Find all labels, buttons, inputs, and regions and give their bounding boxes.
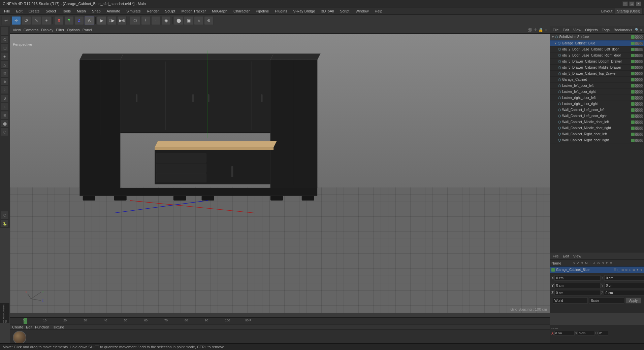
tool-lasso[interactable]: ⌾ xyxy=(194,16,203,25)
x-pos-input[interactable]: 0 cm xyxy=(554,275,601,281)
vp-menu-cameras[interactable]: Cameras xyxy=(24,28,39,32)
attr-icon-2[interactable]: ◫ xyxy=(617,268,620,272)
tool-polygon[interactable]: ⬡ xyxy=(130,16,140,25)
attr-icon-4[interactable]: ⊕ xyxy=(625,268,628,272)
tree-item-subdivision[interactable]: ▼ ⬡ Subdivision Surface xyxy=(550,34,644,40)
menu-help[interactable]: Help xyxy=(372,8,385,14)
om-bookmarks[interactable]: Bookmarks xyxy=(612,28,634,32)
om-objects[interactable]: Objects xyxy=(584,28,599,32)
menu-select[interactable]: Select xyxy=(43,8,59,14)
tool-axis-x[interactable]: X xyxy=(54,16,64,25)
tree-item-5[interactable]: ⬡ Garage_Cabinet xyxy=(550,77,644,83)
menu-simulate[interactable]: Simulate xyxy=(124,8,143,14)
attr-icon-8[interactable]: ⊲ xyxy=(640,268,643,272)
tree-item-root[interactable]: ▼ ⬡ Garage_Cabinet_Blue xyxy=(550,40,644,46)
vp-menu-panel[interactable]: Panel xyxy=(83,28,92,32)
tree-item-15[interactable]: ⬡ Wall_Cabinet_Right_door_right xyxy=(550,137,644,143)
tree-item-9[interactable]: ⬡ Locker_right_door_right xyxy=(550,101,644,107)
attr-icon-7[interactable]: ✦ xyxy=(636,268,639,272)
menu-motion-tracker[interactable]: Motion Tracker xyxy=(179,8,208,14)
layout-value[interactable]: Startup (User) xyxy=(615,8,643,14)
minimize-button[interactable]: − xyxy=(622,1,628,6)
menu-vray[interactable]: V-Ray Bridge xyxy=(291,8,318,14)
z-pos2-input[interactable] xyxy=(604,290,644,295)
world-dropdown[interactable]: World xyxy=(553,298,588,304)
garage-material-ball[interactable] xyxy=(13,331,26,344)
om-edit[interactable]: Edit xyxy=(561,28,571,32)
menu-tools[interactable]: Tools xyxy=(59,8,73,14)
scene-container[interactable]: Perspective Grid Spacing : 100 cm Y Z X xyxy=(10,34,550,313)
tool-scale[interactable]: ⤡ xyxy=(32,16,41,25)
tool-edge[interactable]: ⌇ xyxy=(141,16,151,25)
menu-pipeline[interactable]: Pipeline xyxy=(253,8,271,14)
tree-item-4[interactable]: ⬡ obj_3_Drawer_Cabinet_Top_Drawer xyxy=(550,71,644,77)
menu-script[interactable]: Script xyxy=(337,8,352,14)
tool-axis-z[interactable]: Z xyxy=(74,16,84,25)
menu-render[interactable]: Render xyxy=(144,8,162,14)
menu-create[interactable]: Create xyxy=(26,8,42,14)
mat-edit[interactable]: Edit xyxy=(26,325,32,329)
tree-item-2[interactable]: ⬡ obj_3_Drawer_Cabinet_Bottom_Drawer xyxy=(550,59,644,65)
cx-input[interactable] xyxy=(554,331,575,336)
x-pos2-input[interactable] xyxy=(604,275,644,281)
attr-icon-1[interactable]: ☰ xyxy=(614,268,616,272)
attr-selected-row[interactable]: Garage_Cabinet_Blue ☰ ◫ ⊞ ⊕ ⊟ ⊠ ✦ ⊲ xyxy=(550,267,644,273)
mat-create[interactable]: Create xyxy=(12,325,23,329)
tree-item-3[interactable]: ⬡ obj_3_Drawer_Cabinet_Middle_Drawer xyxy=(550,65,644,71)
tree-item-10[interactable]: ⬡ Wall_Cabinet_Left_door_left xyxy=(550,107,644,113)
menu-edit[interactable]: Edit xyxy=(13,8,25,14)
tool-live-select[interactable]: ⬤ xyxy=(174,16,183,25)
vp-lock-icon[interactable]: 🔒 xyxy=(538,28,543,32)
attr-edit[interactable]: Edit xyxy=(561,254,571,258)
tree-item-8[interactable]: ⬡ Locker_right_door_left xyxy=(550,95,644,101)
menu-animate[interactable]: Animate xyxy=(104,8,123,14)
tool-loop[interactable]: ⊕ xyxy=(204,16,214,25)
om-view[interactable]: View xyxy=(572,28,583,32)
vp-link-icon[interactable]: ⛓ xyxy=(528,28,532,32)
menu-file[interactable]: File xyxy=(1,8,13,14)
menu-3dtoall[interactable]: 3DToAll xyxy=(318,8,336,14)
tree-item-1[interactable]: ⬡ obj_2_Door_Base_Cabinet_Right_door xyxy=(550,53,644,59)
apply-button[interactable]: Apply xyxy=(625,298,641,304)
attr-icon-3[interactable]: ⊞ xyxy=(621,268,624,272)
tree-item-6[interactable]: ⬡ Locker_left_door_left xyxy=(550,83,644,89)
tree-item-14[interactable]: ⬡ Wall_Cabinet_Right_door_left xyxy=(550,131,644,137)
menu-window[interactable]: Window xyxy=(353,8,371,14)
cx2-input[interactable] xyxy=(578,331,595,336)
menu-mesh[interactable]: Mesh xyxy=(74,8,89,14)
z-pos-input[interactable]: 0 cm xyxy=(554,290,601,295)
tool-move[interactable]: ✛ xyxy=(11,16,21,25)
maximize-button[interactable]: □ xyxy=(629,1,635,6)
vp-menu-display[interactable]: Display xyxy=(41,28,53,32)
om-file[interactable]: File xyxy=(551,28,560,32)
tool-axis-y[interactable]: Y xyxy=(64,16,74,25)
tool-object[interactable]: ◉ xyxy=(161,16,171,25)
om-tags[interactable]: Tags xyxy=(601,28,611,32)
vp-menu-options[interactable]: Options xyxy=(67,28,80,32)
tool-render-view[interactable]: ▶⊕ xyxy=(117,16,127,25)
tree-item-0[interactable]: ⬡ obj_2_Door_Base_Cabinet_Left_door xyxy=(550,46,644,53)
tool-render[interactable]: ▶ xyxy=(97,16,106,25)
tool-all-axis[interactable]: A xyxy=(85,16,94,25)
menu-character[interactable]: Character xyxy=(231,8,252,14)
menu-sculpt[interactable]: Sculpt xyxy=(162,8,178,14)
timeline-ruler[interactable]: 0 10 20 30 40 50 60 70 80 90 100 90 F xyxy=(10,318,550,325)
tree-item-13[interactable]: ⬡ Wall_Cabinet_Middle_door_right xyxy=(550,125,644,131)
mat-texture[interactable]: Texture xyxy=(52,325,64,329)
y-pos-input[interactable]: 0 cm xyxy=(554,283,601,288)
mat-function[interactable]: Function xyxy=(35,325,49,329)
tool-select[interactable]: + xyxy=(42,16,51,25)
tool-rotate[interactable]: ↺ xyxy=(22,16,31,25)
viewport[interactable]: View Cameras Display Filter Options Pane… xyxy=(10,26,550,313)
menu-plugins[interactable]: Plugins xyxy=(272,8,290,14)
tree-item-7[interactable]: ⬡ Locker_left_door_right xyxy=(550,89,644,95)
close-button[interactable]: ✕ xyxy=(636,1,641,6)
scale-dropdown[interactable]: Scale xyxy=(589,298,624,304)
tool-point[interactable]: · xyxy=(151,16,161,25)
tree-item-11[interactable]: ⬡ Wall_Cabinet_Left_door_right xyxy=(550,113,644,119)
attr-view[interactable]: View xyxy=(572,254,583,258)
vp-menu-filter[interactable]: Filter xyxy=(56,28,64,32)
menu-snap[interactable]: Snap xyxy=(89,8,103,14)
h-coord-input[interactable] xyxy=(598,331,608,336)
attr-file[interactable]: File xyxy=(551,254,560,258)
